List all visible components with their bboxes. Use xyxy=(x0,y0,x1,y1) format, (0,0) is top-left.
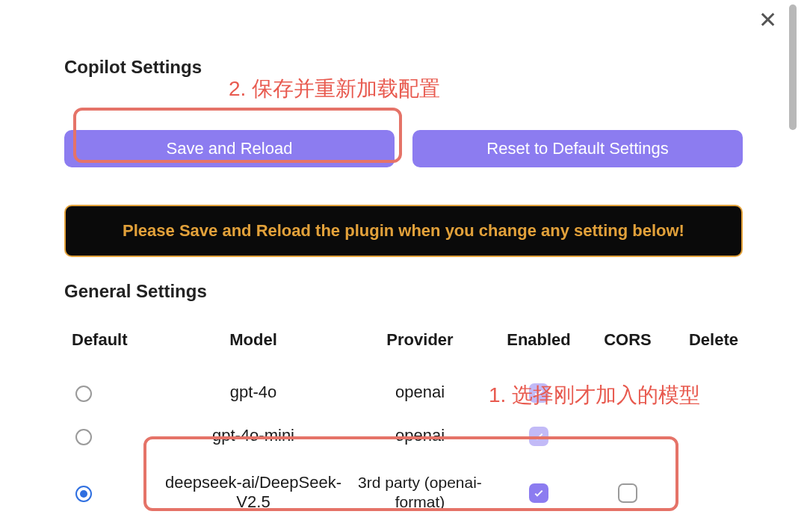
table-row: deepseek-ai/DeepSeek-V2.5 3rd party (ope… xyxy=(64,457,743,528)
default-radio[interactable] xyxy=(75,486,92,502)
provider-name: openai xyxy=(353,383,487,402)
default-radio[interactable] xyxy=(75,429,92,445)
check-icon xyxy=(533,430,545,442)
reset-to-default-button[interactable]: Reset to Default Settings xyxy=(412,130,743,167)
close-icon[interactable]: ✕ xyxy=(758,9,777,31)
check-icon xyxy=(533,387,545,399)
provider-name: openai xyxy=(353,426,487,445)
button-row: Save and Reload Reset to Default Setting… xyxy=(64,130,743,167)
col-default: Default xyxy=(64,330,154,350)
default-radio[interactable] xyxy=(75,386,92,402)
check-icon xyxy=(533,487,545,499)
col-provider: Provider xyxy=(353,330,487,350)
provider-name: 3rd party (openai-format) xyxy=(353,473,487,513)
col-model: Model xyxy=(157,330,350,350)
model-name: gpt-4o-mini xyxy=(157,426,350,445)
models-table: Default Model Provider Enabled CORS Dele… xyxy=(64,330,743,528)
enabled-checkbox[interactable] xyxy=(529,427,548,446)
table-row: gpt-4o openai xyxy=(64,371,743,414)
table-row: gpt-4o-mini openai xyxy=(64,414,743,457)
table-header: Default Model Provider Enabled CORS Dele… xyxy=(64,330,743,350)
enabled-checkbox[interactable] xyxy=(529,483,548,503)
save-and-reload-button[interactable]: Save and Reload xyxy=(64,130,395,167)
col-enabled: Enabled xyxy=(490,330,587,350)
enabled-checkbox[interactable] xyxy=(529,383,548,403)
heading-general-settings: General Settings xyxy=(64,281,743,302)
heading-copilot-settings: Copilot Settings xyxy=(64,57,743,78)
model-name: gpt-4o xyxy=(157,383,350,402)
warning-banner: Please Save and Reload the plugin when y… xyxy=(64,205,743,257)
col-cors: CORS xyxy=(590,330,665,350)
model-name: deepseek-ai/DeepSeek-V2.5 xyxy=(157,473,350,512)
settings-page: Copilot Settings Save and Reload Reset t… xyxy=(0,0,807,528)
scrollbar-thumb[interactable] xyxy=(789,4,797,130)
cors-checkbox[interactable] xyxy=(618,483,637,503)
col-delete: Delete xyxy=(668,330,743,350)
